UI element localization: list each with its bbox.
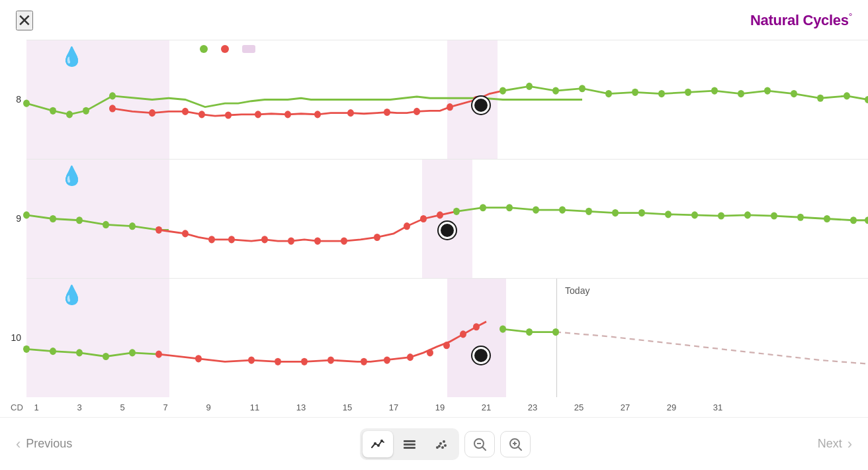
svg-text:17: 17 bbox=[389, 402, 398, 412]
svg-text:1: 1 bbox=[34, 402, 38, 412]
svg-line-123 bbox=[518, 447, 521, 450]
svg-point-61 bbox=[744, 211, 751, 218]
svg-point-8 bbox=[198, 111, 205, 118]
svg-point-86 bbox=[526, 328, 533, 336]
svg-point-50 bbox=[453, 208, 460, 215]
svg-text:27: 27 bbox=[621, 402, 630, 412]
svg-point-38 bbox=[155, 226, 162, 234]
svg-point-10 bbox=[255, 111, 261, 118]
svg-point-84 bbox=[473, 323, 480, 330]
svg-point-71 bbox=[129, 349, 136, 356]
svg-point-11 bbox=[284, 111, 291, 118]
svg-point-114 bbox=[438, 445, 441, 447]
svg-point-12 bbox=[314, 111, 321, 118]
indicator-purple bbox=[242, 45, 255, 53]
svg-point-9 bbox=[225, 111, 232, 118]
svg-point-63 bbox=[797, 214, 804, 221]
zoom-out-button[interactable] bbox=[464, 431, 495, 457]
svg-point-14 bbox=[384, 109, 390, 116]
svg-point-116 bbox=[441, 446, 444, 449]
svg-point-48 bbox=[420, 215, 427, 222]
indicator-red bbox=[221, 45, 229, 53]
svg-text:13: 13 bbox=[296, 402, 306, 412]
svg-point-106 bbox=[377, 444, 380, 447]
close-button[interactable]: ✕ bbox=[16, 11, 33, 30]
chart-svg-9 bbox=[26, 160, 868, 278]
chevron-left-icon: ‹ bbox=[16, 436, 21, 453]
svg-point-73 bbox=[195, 355, 202, 362]
row-content-9: 💧 bbox=[26, 159, 868, 278]
svg-text:3: 3 bbox=[77, 402, 81, 412]
svg-point-3 bbox=[83, 107, 89, 115]
scatter-button[interactable] bbox=[426, 431, 456, 457]
next-label: Next bbox=[818, 437, 842, 451]
svg-text:29: 29 bbox=[667, 402, 676, 412]
svg-text:9: 9 bbox=[206, 402, 210, 412]
stacked-chart-button[interactable] bbox=[394, 431, 425, 457]
y-label-9: 9 bbox=[0, 159, 26, 278]
svg-point-33 bbox=[23, 211, 30, 218]
y-label-10: 10 bbox=[0, 278, 26, 397]
line-chart-button[interactable] bbox=[363, 431, 393, 457]
chevron-right-icon: › bbox=[847, 436, 852, 453]
x-axis: CD 1 3 5 7 9 11 13 15 17 19 21 23 25 27 … bbox=[0, 397, 868, 417]
svg-text:11: 11 bbox=[250, 402, 259, 412]
logo: Natural Cycles° bbox=[750, 11, 852, 29]
previous-button[interactable]: ‹ Previous bbox=[16, 436, 72, 453]
svg-point-46 bbox=[374, 234, 380, 241]
svg-point-65 bbox=[850, 216, 857, 224]
svg-point-115 bbox=[444, 444, 447, 447]
svg-text:23: 23 bbox=[528, 402, 537, 412]
svg-point-55 bbox=[586, 208, 592, 215]
zoom-in-icon bbox=[508, 437, 523, 451]
svg-point-6 bbox=[149, 109, 155, 117]
svg-rect-109 bbox=[404, 444, 415, 446]
svg-point-59 bbox=[691, 211, 698, 218]
today-label: Today bbox=[565, 285, 589, 296]
zoom-group bbox=[464, 431, 531, 457]
svg-rect-108 bbox=[404, 440, 415, 442]
header: ✕ Natural Cycles° bbox=[0, 0, 868, 36]
svg-point-82 bbox=[443, 342, 450, 349]
svg-text:5: 5 bbox=[120, 402, 124, 412]
line-chart-icon bbox=[370, 437, 385, 451]
row-content-10: 💧 Today bbox=[26, 278, 868, 397]
svg-point-83 bbox=[460, 330, 466, 338]
x-axis-svg: CD 1 3 5 7 9 11 13 15 17 19 21 23 25 27 … bbox=[0, 397, 868, 417]
svg-point-64 bbox=[824, 215, 830, 222]
zoom-in-button[interactable] bbox=[500, 431, 531, 457]
svg-point-51 bbox=[480, 204, 486, 211]
svg-text:25: 25 bbox=[574, 402, 584, 412]
svg-point-5 bbox=[109, 105, 116, 112]
svg-point-76 bbox=[301, 358, 308, 365]
toolbar bbox=[360, 428, 531, 460]
svg-point-36 bbox=[103, 221, 109, 228]
svg-point-85 bbox=[499, 325, 506, 332]
svg-point-45 bbox=[341, 237, 347, 244]
row-content-8: 💧 bbox=[26, 40, 868, 159]
svg-point-60 bbox=[718, 212, 724, 219]
scatter-icon bbox=[434, 437, 449, 451]
svg-point-54 bbox=[559, 206, 566, 213]
svg-point-0 bbox=[23, 100, 30, 107]
top-indicators bbox=[198, 45, 868, 53]
chart-svg-10 bbox=[26, 279, 868, 397]
previous-label: Previous bbox=[26, 437, 72, 451]
svg-point-74 bbox=[248, 356, 255, 363]
svg-point-72 bbox=[155, 351, 162, 358]
svg-point-4 bbox=[109, 92, 116, 99]
svg-text:CD: CD bbox=[11, 402, 23, 412]
svg-point-58 bbox=[665, 211, 672, 218]
svg-point-105 bbox=[374, 442, 376, 445]
chart-row-9: 9 💧 bbox=[0, 159, 868, 278]
svg-point-47 bbox=[404, 222, 410, 230]
svg-point-49 bbox=[437, 211, 443, 218]
svg-point-13 bbox=[347, 109, 354, 117]
svg-point-40 bbox=[208, 236, 215, 243]
next-button[interactable]: Next › bbox=[818, 436, 852, 453]
svg-text:19: 19 bbox=[435, 402, 445, 412]
svg-point-39 bbox=[182, 230, 189, 237]
svg-point-81 bbox=[427, 349, 433, 356]
chart-row-10: 10 💧 Today bbox=[0, 278, 868, 397]
svg-point-7 bbox=[182, 108, 189, 115]
